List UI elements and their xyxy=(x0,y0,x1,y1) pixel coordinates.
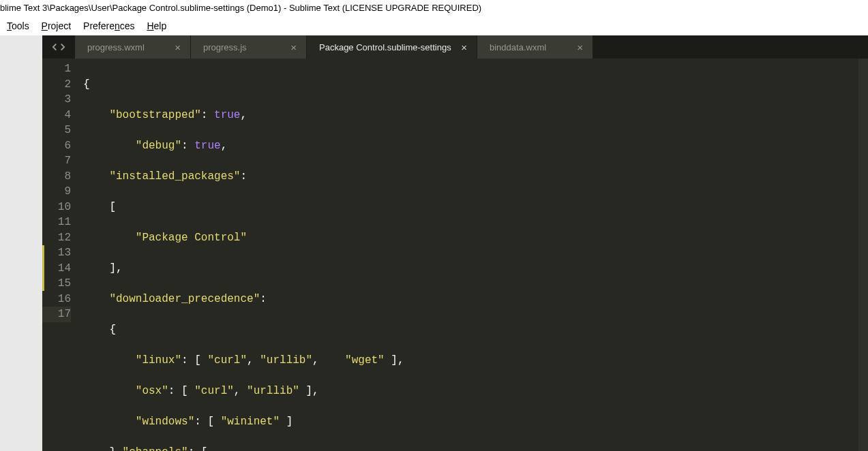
menu-tools[interactable]: Tools xyxy=(7,20,29,31)
line-gutter: 1 2 3 4 5 6 7 8 9 10 11 12 13 14 15 16 1… xyxy=(42,59,79,451)
vertical-scrollbar[interactable] xyxy=(858,59,868,451)
code-token: ] xyxy=(280,416,293,428)
window-title: blime Text 3\Packages\User\Package Contr… xyxy=(0,0,868,16)
close-icon[interactable]: × xyxy=(461,42,467,52)
code-token: : [ xyxy=(181,354,207,367)
code-token: ], xyxy=(299,385,319,397)
code-token: "osx" xyxy=(136,385,168,397)
line-number: 9 xyxy=(42,184,71,200)
line-number: 2 xyxy=(42,77,71,93)
code-token: : xyxy=(240,170,247,183)
code-token: "Package Control" xyxy=(136,232,247,244)
code-token: { xyxy=(109,324,116,336)
history-nav[interactable] xyxy=(42,35,75,59)
close-icon[interactable]: × xyxy=(577,42,583,52)
code-token: : [ xyxy=(168,385,194,397)
line-number: 12 xyxy=(42,230,71,246)
close-icon[interactable]: × xyxy=(290,42,297,52)
tab-progress-wxml[interactable]: progress.wxml × xyxy=(75,35,191,59)
code-token: "curl" xyxy=(194,385,234,397)
left-margin xyxy=(0,35,42,451)
tab-label: binddata.wxml xyxy=(490,42,569,52)
code-token: "channels" xyxy=(123,446,188,452)
code-token: , xyxy=(221,140,228,152)
line-number: 17 xyxy=(42,307,71,322)
line-number: 14 xyxy=(42,261,71,277)
code-token: "linux" xyxy=(136,354,181,367)
code-token: ], xyxy=(109,262,122,275)
line-number: 11 xyxy=(42,215,71,230)
line-number: 13 xyxy=(42,245,71,261)
menu-preferences[interactable]: Preferences xyxy=(83,20,135,31)
code-token: "urllib" xyxy=(247,385,299,397)
line-number: 5 xyxy=(42,123,71,138)
editor-pane: progress.wxml × progress.js × Package Co… xyxy=(42,35,868,451)
nav-back-icon xyxy=(52,43,58,51)
code-token: "installed_packages" xyxy=(109,170,240,183)
code-token: : xyxy=(181,140,194,152)
code-token: "bootstrapped" xyxy=(109,109,200,121)
tab-package-control[interactable]: Package Control.sublime-settings × xyxy=(307,35,477,59)
line-number: 10 xyxy=(42,200,71,215)
code-token: { xyxy=(83,78,90,91)
code-token: "wget" xyxy=(345,354,385,367)
line-number: 1 xyxy=(42,61,71,77)
code-token: : [ xyxy=(194,416,220,428)
code-token: , xyxy=(234,385,247,397)
line-number: 15 xyxy=(42,276,71,292)
tab-binddata-wxml[interactable]: binddata.wxml × xyxy=(477,35,593,59)
code-token: true xyxy=(214,109,240,121)
line-number: 8 xyxy=(42,169,71,185)
tab-strip: progress.wxml × progress.js × Package Co… xyxy=(42,35,868,59)
code-token: [ xyxy=(109,201,116,213)
code-token: true xyxy=(194,140,220,152)
code-token: }, xyxy=(109,446,122,452)
code-token: , xyxy=(247,354,260,367)
gutter-modified-marker xyxy=(42,245,44,291)
code-token: , xyxy=(240,109,247,121)
tab-label: Package Control.sublime-settings xyxy=(319,42,453,52)
menu-project[interactable]: Project xyxy=(42,20,72,31)
menu-help[interactable]: Help xyxy=(147,20,166,31)
line-number: 16 xyxy=(42,292,71,307)
nav-forward-icon xyxy=(59,43,65,51)
code-token: "wininet" xyxy=(221,416,280,428)
code-token: "downloader_precedence" xyxy=(109,293,260,305)
code-content[interactable]: { "bootstrapped": true, "debug": true, "… xyxy=(79,59,868,451)
code-token: ], xyxy=(385,354,404,367)
tab-progress-js[interactable]: progress.js × xyxy=(191,35,307,59)
code-token: : [ xyxy=(188,446,208,452)
tab-label: progress.js xyxy=(203,42,282,52)
close-icon[interactable]: × xyxy=(175,42,181,52)
line-number: 7 xyxy=(42,153,71,169)
code-token: : xyxy=(260,293,267,305)
line-number: 4 xyxy=(42,108,71,123)
code-token: , xyxy=(312,354,345,367)
code-token: "curl" xyxy=(207,354,247,367)
line-number: 3 xyxy=(42,92,71,108)
tab-label: progress.wxml xyxy=(87,42,166,52)
menu-bar: Tools Project Preferences Help xyxy=(0,16,868,35)
code-area[interactable]: 1 2 3 4 5 6 7 8 9 10 11 12 13 14 15 16 1… xyxy=(42,59,868,451)
code-token: "debug" xyxy=(136,140,181,152)
line-number: 6 xyxy=(42,138,71,154)
code-token: : xyxy=(201,109,214,121)
code-token: "windows" xyxy=(136,416,194,428)
code-token: "urllib" xyxy=(260,354,312,367)
